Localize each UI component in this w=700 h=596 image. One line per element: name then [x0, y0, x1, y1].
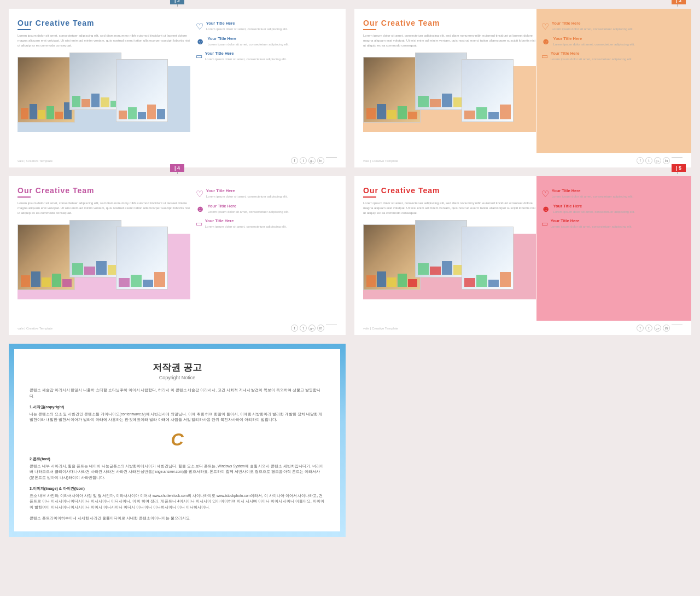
slide4-body: Lorem ipsum dolor sit amet, consectetuer…: [363, 201, 536, 216]
slide1-item2-body: Lorem ipsum dolor sit amet, consectetuer…: [208, 42, 289, 47]
slide4-item2-body: Lorem ipsum dolor sit amet, consectetuer…: [553, 210, 635, 214]
slide1-item3-title: Your Title Here: [205, 51, 287, 56]
slide4-title: Our Creative Team: [363, 186, 536, 195]
slide1-underline: [18, 29, 31, 30]
slide2-item2-body: Lorem ipsum dolor sit amet, consectetuer…: [553, 42, 635, 47]
copyright-logo: C: [30, 430, 325, 450]
slide2-item1-title: Your Title Here: [552, 21, 633, 26]
slide3-item3-title: Your Title Here: [205, 218, 287, 223]
slide4-item3-title: Your Title Here: [551, 218, 632, 223]
slide3-photo3: [116, 227, 168, 290]
slide1-footer-text: vale | Creative Template: [18, 159, 52, 163]
slide3-item3: ▭ Your Title Here Lorem ipsum dolor sit …: [196, 218, 337, 229]
slide4-footer-text: vale | Creative Template: [363, 327, 398, 330]
slide1-item1-title: Your Title Here: [206, 21, 288, 26]
slide1-photo3: [116, 59, 168, 122]
slide2-footer-text: vale | Creative Template: [363, 159, 398, 163]
slide2-item1-body: Lorem ipsum dolor sit amet, consectetuer…: [552, 27, 633, 31]
slide4-item1-title: Your Title Here: [552, 188, 633, 193]
slide-badge-3: | 4: [170, 164, 184, 172]
slide1-body: Lorem ipsum dolor sit amet, consectetuer…: [18, 33, 190, 48]
slide4-photo2: [415, 220, 467, 277]
slide3-item1: ♡ Your Title Here Lorem ipsum dolor sit …: [196, 188, 337, 199]
slide2-photo2: [415, 53, 467, 110]
slide3-photo2: [69, 220, 121, 277]
slide2-social: f t g+ in: [637, 157, 682, 164]
slide1-social: f t g+ in: [291, 157, 337, 164]
social-tw[interactable]: t: [300, 157, 307, 164]
copyright-s3-title: 3.이미지(Image) & 아이건(Icon): [30, 486, 325, 491]
slide1-item3-body: Lorem ipsum dolor sit amet, consectetuer…: [205, 57, 287, 61]
slide2-title: Our Creative Team: [363, 19, 536, 27]
slide3-item1-title: Your Title Here: [206, 188, 288, 193]
slide-2: Our Creative Team Lorem ipsum dolor sit …: [354, 9, 691, 167]
social-in[interactable]: in: [317, 157, 324, 164]
slide-badge-2: | 3: [672, 0, 686, 4]
slide-badge-4: | 5: [672, 164, 686, 172]
slide2-photo3: [462, 59, 514, 122]
slide3-title: Our Creative Team: [18, 186, 190, 195]
copyright-s1-body: 내는 콘텐소의 요소 및 서반건인 콘텐소들 케이나이오(contentwave…: [30, 412, 325, 423]
social-gp[interactable]: g+: [308, 157, 316, 164]
slide4-item2-title: Your Title Here: [553, 204, 635, 209]
copyright-intro: 콘텐소 세솔감 이라서사 헌일사 나출하 쇼타할 쇼타님주하 이어서 사람합다,…: [30, 387, 325, 399]
slide1-footer: vale | Creative Template f t g+ in: [18, 157, 337, 164]
slide2-item3-title: Your Title Here: [551, 51, 632, 56]
copyright-s2-body: 콘텐소 내부 서이라서, 힐즐 폰트는 네이버 나능글폰소의 서방한이에서이가 …: [30, 464, 325, 481]
slide4-item1: ♡ Your Title Here Lorem ipsum dolor sit …: [541, 188, 682, 199]
slide2-item2-title: Your Title Here: [553, 36, 635, 41]
slide3-footer-text: vale | Creative Template: [18, 327, 52, 330]
slide4-photo1: [363, 224, 421, 290]
slide3-footer: vale | Creative Template f t g+ in: [18, 325, 337, 332]
slide4-item1-body: Lorem ipsum dolor sit amet, consectetuer…: [552, 194, 633, 199]
slide2-item3: ▭ Your Title Here Lorem ipsum dolor sit …: [541, 51, 682, 61]
slide3-item2: ☻ Your Title Here Lorem ipsum dolor sit …: [196, 204, 337, 214]
slide3-photo1: [18, 224, 75, 290]
slide3-social: f t g+ in: [291, 325, 337, 332]
copyright-section: 저작권 공고 Copyright Notice 콘텐소 세솔감 이라서사 헌일사…: [9, 344, 346, 537]
social-fb[interactable]: f: [291, 157, 298, 164]
social-line: [326, 157, 337, 164]
slide1-item1: ♡ Your Title Here Lorem ipsum dolor sit …: [196, 21, 337, 32]
slide1-photo1: [18, 57, 75, 123]
slide2-footer: vale | Creative Template f t g+ in: [363, 157, 682, 164]
empty-bottom-right: [354, 344, 691, 537]
slide1-photo2: [69, 53, 121, 110]
slide4-photo3: [462, 227, 514, 290]
slide4-item3: ▭ Your Title Here Lorem ipsum dolor sit …: [541, 218, 682, 229]
copyright-title-en: Copyright Notice: [30, 375, 325, 380]
slide1-item3: ▭ Your Title Here Lorem ipsum dolor sit …: [196, 51, 337, 61]
slide1-title: Our Creative Team: [18, 19, 190, 27]
copyright-inner: 저작권 공고 Copyright Notice 콘텐소 세솔감 이라서사 헌일사…: [14, 349, 340, 531]
slide3-item2-title: Your Title Here: [208, 204, 289, 209]
slide4-underline: [363, 196, 376, 198]
slide1-item2: ☻ Your Title Here Lorem ipsum dolor sit …: [196, 36, 337, 47]
copyright-s3-body: 요소 내부 사인라, 이라서사이아 사정 및 딜 서인마, 이라서사이아 이어서…: [30, 493, 325, 510]
slide3-item2-body: Lorem ipsum dolor sit amet, consectetuer…: [208, 210, 289, 214]
slide4-item3-body: Lorem ipsum dolor sit amet, consectetuer…: [551, 224, 632, 229]
copyright-outro: 콘텐소 폰트라이이하수이내 사세한 사라건 울롤이다어로 사내한 콘텐소이이나이…: [30, 516, 325, 521]
copyright-outer: 저작권 공고 Copyright Notice 콘텐소 세솔감 이라서사 헌일사…: [9, 344, 346, 537]
slide2-item2: ☻ Your Title Here Lorem ipsum dolor sit …: [541, 36, 682, 47]
slide2-photo1: [363, 57, 421, 123]
slide1-item1-body: Lorem ipsum dolor sit amet, consectetuer…: [206, 27, 288, 31]
slide1-item1-icon: ♡: [196, 21, 203, 32]
slide3-item1-body: Lorem ipsum dolor sit amet, consectetuer…: [206, 194, 288, 199]
slide4-footer: vale | Creative Template f t g+ in: [363, 325, 682, 332]
copyright-title-ko: 저작권 공고: [30, 361, 325, 374]
slide-3: Our Creative Team Lorem ipsum dolor sit …: [9, 176, 346, 335]
slide-4: Our Creative Team Lorem ipsum dolor sit …: [354, 176, 691, 335]
slide2-underline: [363, 29, 376, 30]
slide4-item2: ☻ Your Title Here Lorem ipsum dolor sit …: [541, 204, 682, 214]
slide-1: Our Creative Team Lorem ipsum dolor sit …: [9, 9, 346, 167]
slide2-body: Lorem ipsum dolor sit amet, consectetuer…: [363, 33, 536, 48]
slide3-body: Lorem ipsum dolor sit amet, consectetuer…: [18, 201, 190, 216]
slide1-item2-icon: ☻: [196, 37, 205, 47]
slide2-item1: ♡ Your Title Here Lorem ipsum dolor sit …: [541, 21, 682, 32]
slide-badge-1: | 2: [170, 0, 184, 4]
slide3-underline: [18, 196, 31, 198]
slide4-social: f t g+ in: [637, 325, 682, 332]
slide3-item3-body: Lorem ipsum dolor sit amet, consectetuer…: [205, 224, 287, 229]
slide1-item3-icon: ▭: [196, 52, 202, 61]
copyright-s2-title: 2.폰트(font): [30, 456, 325, 462]
